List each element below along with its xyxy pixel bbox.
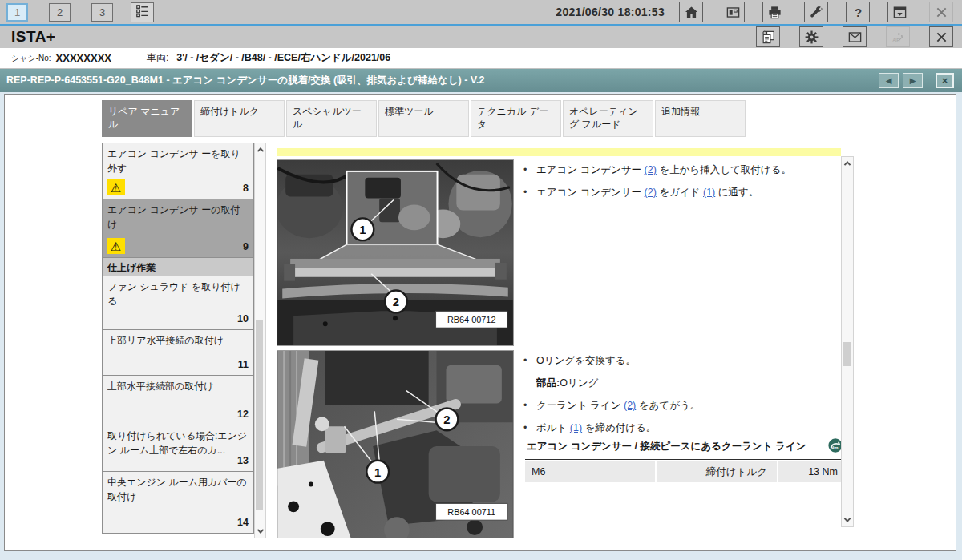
callout-link[interactable]: (1): [703, 187, 715, 198]
instruction-text: ボルト (1) を締め付ける。: [536, 421, 656, 435]
tab-bar: リペア マニュアル締付けトルクスペシャルツール標準ツールテクニカル データオペレ…: [102, 100, 746, 137]
printer-icon-button[interactable]: [762, 2, 786, 22]
page-button-2[interactable]: 2: [49, 3, 71, 22]
sidebar-step-item[interactable]: 上部水平接続部の取付け12: [102, 376, 254, 425]
process-list-button[interactable]: [131, 2, 154, 22]
sidebar-item-number: 13: [237, 453, 249, 469]
app-title-bar: ISTA+ AIR: [0, 26, 962, 48]
instruction-text: Oリングを交換する。: [536, 353, 636, 368]
sidebar-item-label: ファン シュラウド を取り付ける: [107, 280, 249, 308]
sidebar-item-label: 上部リア水平接続の取付け: [107, 333, 249, 348]
vehicle-info-bar: シャシ-No: XXXXXXXX 車両: 3'/ - /セダン/ - /B48/…: [0, 48, 962, 69]
instructions-1: •エアコン コンデンサー (2) を上から挿入して取付ける。•エアコン コンデン…: [523, 163, 846, 207]
chassis-label: シャシ-No:: [11, 53, 51, 64]
figure-1-image: 1 2 RB64 00712: [277, 160, 513, 345]
svg-text:AIR: AIR: [892, 38, 899, 42]
mail-icon-button[interactable]: [843, 26, 867, 47]
tab-3[interactable]: スペシャルツール: [286, 100, 377, 137]
sidebar-step-item[interactable]: 中央エンジン ルーム用カバーの取付け14: [102, 472, 254, 534]
vehicle-details-icon-button[interactable]: [721, 2, 745, 22]
top-toolbar: 123 2021/06/30 18:01:53 ?: [0, 0, 962, 24]
tab-2[interactable]: 締付けトルク: [194, 100, 285, 137]
help-icon: ?: [851, 5, 866, 20]
data-transfer-icon: [761, 30, 776, 45]
sidebar-item-number: 12: [237, 407, 249, 422]
data-transfer-icon-button[interactable]: [756, 26, 780, 47]
sidebar-step-item[interactable]: ファン シュラウド を取り付ける10: [102, 276, 254, 330]
checklist-icon: [135, 3, 150, 22]
workshop-window-icon: [892, 5, 907, 20]
torque-table: エアコン コンデンサー / 接続ピースにあるクーラント ライン Nm M6締付け…: [525, 437, 844, 482]
torque-rows: M6締付けトルク13 Nm: [525, 461, 844, 482]
datetime: 2021/06/30 18:01:53: [556, 6, 665, 18]
callout-link[interactable]: (1): [570, 422, 582, 433]
scroll-down-icon[interactable]: [842, 514, 853, 526]
sidebar-item-label: 上部水平接続部の取付け: [107, 379, 249, 393]
close-icon-button[interactable]: [929, 26, 953, 47]
close-icon: [934, 5, 949, 20]
settings-gear-icon: [804, 30, 819, 45]
sidebar-item-number: 9: [243, 240, 249, 255]
instruction-line: •エアコン コンデンサー (2) を上から挿入して取付ける。: [523, 163, 846, 177]
sidebar-step-item[interactable]: エアコン コンデンサ ーの取付け⚠9: [102, 199, 254, 258]
workshop-window-icon-button[interactable]: [887, 2, 911, 22]
forward-button[interactable]: ▶: [903, 73, 923, 88]
tab-4[interactable]: 標準ツール: [378, 100, 469, 137]
page-button-1[interactable]: 1: [6, 3, 28, 22]
tab-1[interactable]: リペア マニュアル: [102, 100, 192, 137]
instruction-line: •ボルト (1) を締め付ける。: [523, 421, 846, 435]
sidebar-section-header[interactable]: 仕上げ作業: [102, 258, 254, 276]
bullet-marker: •: [523, 421, 536, 435]
home-icon: [684, 5, 699, 20]
sidebar-scrollbar-thumb[interactable]: [256, 320, 263, 510]
back-arrow-icon: ◀: [886, 76, 892, 85]
scroll-up-icon[interactable]: [842, 158, 853, 169]
chassis-value: XXXXXXXX: [56, 52, 111, 64]
instruction-text: 部品:Oリング: [536, 376, 598, 390]
wrench-icon: [809, 5, 824, 20]
sidebar-item-label: 中央エンジン ルーム用カバーの取付け: [107, 475, 249, 504]
callout-link[interactable]: (2): [645, 164, 657, 175]
wrench-icon-button[interactable]: [804, 2, 828, 22]
scroll-up-icon[interactable]: [255, 144, 265, 155]
content-scrollbar[interactable]: [841, 156, 854, 527]
callout-link[interactable]: (2): [624, 400, 636, 411]
document-nav: ◀ ▶ ×: [875, 73, 962, 88]
home-icon-button[interactable]: [679, 2, 703, 22]
warning-icon: ⚠: [107, 179, 125, 195]
help-icon-button[interactable]: ?: [846, 2, 870, 22]
tab-5[interactable]: テクニカル データ: [471, 100, 561, 137]
back-button[interactable]: ◀: [879, 73, 899, 88]
sidebar-step-item[interactable]: 上部リア水平接続の取付け11: [102, 330, 254, 376]
sidebar-step-item[interactable]: エアコン コンデンサ ーを取り外す⚠8: [102, 143, 254, 199]
sidebar-item-number: 8: [243, 181, 249, 196]
instruction-line: •Oリングを交換する。: [523, 353, 846, 368]
callout-link[interactable]: (2): [645, 187, 657, 198]
svg-text:?: ?: [854, 5, 861, 18]
content-scrollbar-thumb[interactable]: [843, 342, 851, 366]
callout-number: 1: [359, 224, 366, 236]
tab-6[interactable]: オペレーティング フルード: [563, 100, 653, 137]
close-icon: ×: [942, 75, 948, 86]
document-close-button[interactable]: ×: [936, 73, 954, 88]
torque-row: M6締付けトルク13 Nm: [525, 461, 844, 482]
air-icon-button: AIR: [886, 26, 910, 47]
document-title: REP-REP-P-6453551-G20_B48M1 - エアコン コンデンサ…: [6, 74, 484, 87]
printer-icon: [767, 5, 782, 20]
sidebar-step-item[interactable]: 取り付けられている場合:エンジン ルーム上部で左右のカ...13: [102, 425, 254, 472]
page-button-3[interactable]: 3: [91, 3, 113, 22]
torque-value: 13 Nm: [778, 461, 844, 482]
tab-7[interactable]: 追加情報: [655, 100, 746, 137]
sidebar-item-label: 仕上げ作業: [107, 260, 249, 275]
vehicle-details-icon: [726, 5, 741, 20]
figure-label: RB64 00712: [447, 315, 496, 324]
settings-gear-icon-button[interactable]: [799, 26, 823, 47]
sidebar-item-number: 10: [237, 312, 249, 327]
sidebar-item-label: エアコン コンデンサ ーの取付け: [107, 203, 249, 232]
callout-number: 1: [374, 466, 381, 479]
scroll-down-icon[interactable]: [255, 526, 265, 537]
sidebar-item-number: 11: [238, 357, 249, 373]
torque-table-title: エアコン コンデンサー / 接続ピースにあるクーラント ライン Nm: [525, 437, 844, 460]
sidebar-scrollbar[interactable]: [254, 143, 266, 538]
svg-text:Nm: Nm: [831, 445, 839, 450]
